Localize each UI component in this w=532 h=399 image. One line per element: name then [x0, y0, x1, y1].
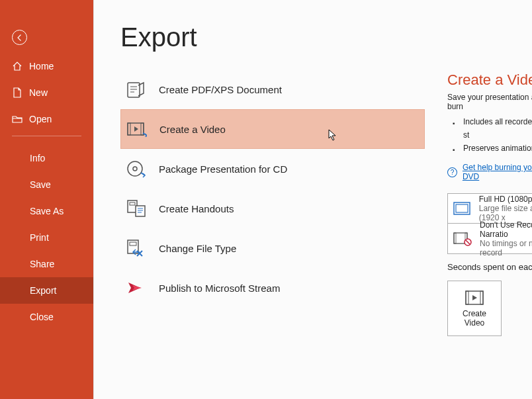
nav-close[interactable]: Close [0, 304, 93, 330]
export-change-file-type[interactable]: Change File Type [120, 228, 425, 268]
nav-label: Info [30, 153, 45, 163]
help-link-row: ? Get help burning your slide show video… [447, 163, 532, 181]
export-label: Package Presentation for CD [159, 163, 287, 175]
export-label: Create PDF/XPS Document [159, 84, 282, 95]
main-panel: Export Create PDF/XPS Document Create a … [93, 0, 532, 399]
seconds-label: Seconds spent on each slide: [447, 262, 532, 272]
resolution-dropdown[interactable]: Full HD (1080p) Large file size and full… [447, 193, 532, 224]
create-video-icon [465, 289, 484, 306]
detail-heading: Create a Video [447, 71, 532, 89]
nav-home[interactable]: Home [0, 53, 93, 79]
help-link[interactable]: Get help burning your slide show video t… [463, 163, 532, 181]
dropdown-subtitle: No timings or narrations have been recor… [480, 239, 532, 257]
backstage-sidebar: Home New Open Info Save Save As Print Sh… [0, 0, 93, 399]
back-button[interactable] [12, 30, 27, 45]
nav-open[interactable]: Open [0, 106, 93, 132]
nav-print[interactable]: Print [0, 224, 93, 251]
nav-label: Save [30, 179, 51, 190]
detail-bullet: Preserves animations, transitions, and m… [463, 142, 532, 155]
export-create-video[interactable]: Create a Video [120, 109, 425, 149]
detail-description: Save your presentation as a video that y… [447, 93, 532, 111]
new-icon [12, 87, 22, 98]
nav-new[interactable]: New [0, 79, 93, 106]
separator [12, 136, 81, 136]
home-icon [12, 61, 22, 71]
back-arrow-icon [16, 34, 24, 42]
export-label: Publish to Microsoft Stream [159, 283, 280, 294]
svg-point-4 [128, 161, 142, 176]
page-title: Export [120, 22, 197, 52]
detail-bullet: Includes all recorded timings, narration… [463, 115, 532, 142]
cd-icon [126, 158, 147, 179]
nav-label: Print [30, 232, 49, 243]
export-publish-stream[interactable]: Publish to Microsoft Stream [120, 268, 425, 308]
stream-icon [126, 277, 147, 298]
export-label: Create a Video [159, 124, 226, 135]
pdf-icon [126, 79, 147, 100]
change-filetype-icon [126, 238, 147, 259]
detail-panel: Create a Video Save your presentation as… [447, 71, 532, 336]
button-label: Create [463, 309, 486, 318]
svg-rect-12 [456, 204, 468, 212]
help-icon: ? [447, 167, 457, 177]
export-label: Create Handouts [159, 203, 234, 214]
nav-label: Share [30, 259, 54, 269]
dropdown-title: Don't Use Recorded Timings and Narratio [480, 220, 532, 239]
timings-dropdown[interactable]: Don't Use Recorded Timings and Narratio … [447, 224, 532, 254]
export-create-handouts[interactable]: Create Handouts [120, 189, 425, 228]
nav-label: Open [29, 114, 52, 124]
nav-label: Save As [30, 206, 64, 216]
nav-label: Close [30, 312, 54, 322]
create-video-button[interactable]: Create Video [447, 281, 502, 336]
timings-icon [453, 230, 472, 248]
resolution-icon [453, 199, 471, 218]
nav-share[interactable]: Share [0, 251, 93, 277]
nav-label: Home [29, 61, 54, 71]
svg-rect-10 [130, 242, 136, 245]
nav-label: New [29, 87, 48, 98]
svg-point-5 [133, 167, 137, 171]
mouse-cursor-icon [328, 129, 337, 141]
export-option-list: Create PDF/XPS Document Create a Video P… [120, 69, 425, 308]
nav-save[interactable]: Save [0, 171, 93, 198]
svg-rect-0 [128, 83, 140, 97]
export-pdf-xps[interactable]: Create PDF/XPS Document [120, 69, 425, 109]
dropdown-title: Full HD (1080p) [479, 195, 532, 204]
nav-info[interactable]: Info [0, 145, 93, 171]
nav-save-as[interactable]: Save As [0, 198, 93, 224]
export-package-cd[interactable]: Package Presentation for CD [120, 149, 425, 189]
handouts-icon [126, 198, 147, 219]
svg-rect-7 [130, 202, 135, 205]
open-icon [12, 114, 22, 124]
video-icon [126, 118, 148, 140]
nav-label: Export [30, 285, 56, 296]
svg-rect-8 [136, 206, 145, 216]
export-label: Change File Type [159, 243, 236, 254]
button-label: Video [465, 318, 484, 328]
nav-export[interactable]: Export [0, 277, 93, 304]
